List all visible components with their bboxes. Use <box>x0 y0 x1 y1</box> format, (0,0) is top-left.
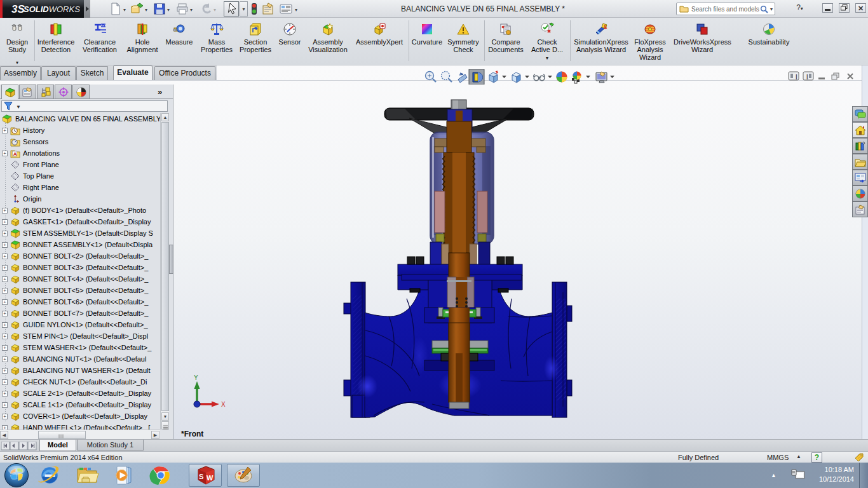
svg-text:S: S <box>199 473 203 480</box>
svg-text:Y: Y <box>194 374 198 381</box>
svg-text:❙: ❙ <box>794 74 799 79</box>
svg-text:A: A <box>13 151 17 157</box>
svg-text:X: X <box>221 401 226 408</box>
svg-text:SOLIDWORKS: SOLIDWORKS <box>24 4 80 14</box>
svg-text:W: W <box>207 474 214 482</box>
svg-text:❙: ❙ <box>805 74 810 79</box>
